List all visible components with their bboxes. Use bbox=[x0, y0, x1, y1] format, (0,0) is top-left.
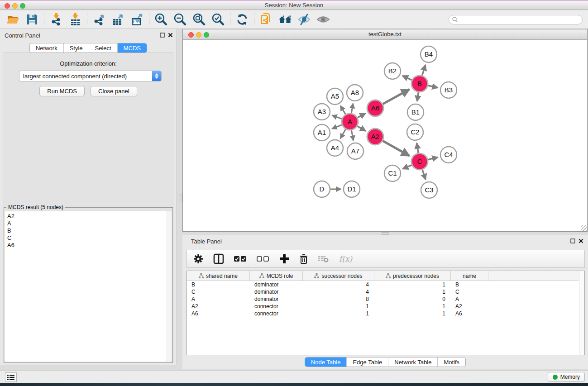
tab-mcds[interactable]: MCDS bbox=[117, 43, 147, 52]
zoom-window-button[interactable] bbox=[20, 3, 25, 9]
select-all-checkboxes-icon[interactable] bbox=[234, 256, 247, 262]
export-image-button[interactable] bbox=[128, 11, 147, 28]
result-item-a2[interactable]: A2 bbox=[7, 213, 167, 220]
cell-successor-nodes[interactable]: 4 bbox=[303, 281, 374, 288]
float-panel-icon[interactable] bbox=[570, 238, 575, 243]
graph-edge-C-C4[interactable] bbox=[428, 157, 438, 160]
search-field[interactable] bbox=[449, 15, 583, 24]
cell-MCDS-role[interactable]: dominator bbox=[250, 281, 303, 288]
graph-edge-B-B4[interactable] bbox=[422, 65, 425, 75]
graph-edge-C-C3[interactable] bbox=[422, 170, 425, 180]
run-mcds-button[interactable]: Run MCDS bbox=[39, 86, 85, 96]
cell-predecessor-nodes[interactable]: 0 bbox=[374, 295, 451, 303]
cell-successor-nodes[interactable]: 8 bbox=[303, 295, 374, 303]
network-minimize-button[interactable] bbox=[196, 32, 201, 38]
cell-successor-nodes[interactable]: 4 bbox=[303, 288, 374, 295]
minimize-window-button[interactable] bbox=[12, 3, 18, 9]
add-icon[interactable] bbox=[279, 254, 289, 264]
memory-button[interactable]: Memory bbox=[548, 372, 585, 382]
column-header-name[interactable]: name bbox=[451, 271, 488, 281]
graph-edge-B-B1[interactable] bbox=[417, 92, 418, 101]
cell-shared-name[interactable]: C bbox=[187, 288, 250, 295]
import-table-button[interactable] bbox=[66, 11, 85, 28]
cell-shared-name[interactable]: A6 bbox=[187, 310, 250, 317]
network-canvas[interactable]: AA1A2A3A4A5A6A7A8BB1B2B3B4CC1C2C3C4DD1 bbox=[183, 40, 587, 231]
graph-edge-A-A3[interactable] bbox=[332, 115, 342, 119]
column-header-predecessor-nodes[interactable]: predecessor nodes bbox=[374, 271, 451, 281]
cell-predecessor-nodes[interactable]: 1 bbox=[374, 310, 451, 317]
zoom-in-button[interactable] bbox=[152, 11, 171, 28]
graph-edge-A-A7[interactable] bbox=[351, 130, 353, 141]
splitter-handle-vertical[interactable] bbox=[179, 195, 182, 202]
result-item-a[interactable]: A bbox=[7, 220, 167, 227]
tab-node-table[interactable]: Node Table bbox=[305, 357, 347, 367]
table-row[interactable]: Bdominator41B bbox=[187, 281, 584, 288]
result-scrollbar[interactable] bbox=[167, 211, 172, 362]
tab-motifs[interactable]: Motifs bbox=[437, 357, 465, 367]
cell-name[interactable]: C bbox=[451, 288, 488, 295]
zoom-fit-button[interactable] bbox=[190, 11, 209, 28]
tab-network[interactable]: Network bbox=[30, 43, 63, 52]
graph-edge-A-A8[interactable] bbox=[351, 104, 353, 114]
cell-successor-nodes[interactable]: 1 bbox=[303, 310, 374, 317]
cell-predecessor-nodes[interactable]: 1 bbox=[374, 303, 451, 310]
delete-table-icon[interactable] bbox=[318, 255, 329, 263]
search-input[interactable] bbox=[458, 16, 582, 24]
cell-name[interactable]: A6 bbox=[451, 310, 488, 317]
first-neighbors-button[interactable] bbox=[276, 11, 295, 28]
cell-MCDS-role[interactable]: connector bbox=[250, 303, 303, 310]
graph-edge-B-B2[interactable] bbox=[402, 76, 412, 80]
table-scrollbar[interactable] bbox=[579, 271, 584, 355]
graph-edge-B-B3[interactable] bbox=[428, 86, 438, 88]
close-panel-button[interactable]: Close panel bbox=[91, 86, 137, 96]
optimization-criterion-select[interactable]: largest connected component (directed) bbox=[19, 71, 162, 81]
task-history-button[interactable] bbox=[5, 372, 17, 382]
open-session-button[interactable] bbox=[4, 11, 23, 28]
table-row[interactable]: Cdominator41C bbox=[187, 288, 584, 295]
table-row[interactable]: A2connector11A2 bbox=[187, 303, 584, 310]
close-panel-icon[interactable] bbox=[578, 238, 583, 243]
graph-edge-C-C1[interactable] bbox=[402, 165, 411, 169]
split-columns-icon[interactable] bbox=[213, 253, 224, 264]
clear-checkboxes-icon[interactable] bbox=[257, 256, 269, 262]
zoom-out-button[interactable] bbox=[171, 11, 190, 28]
cell-MCDS-role[interactable]: dominator bbox=[250, 288, 303, 295]
clone-network-button[interactable] bbox=[257, 11, 276, 28]
result-item-c[interactable]: C bbox=[7, 234, 167, 242]
float-panel-icon[interactable] bbox=[160, 33, 165, 38]
cell-shared-name[interactable]: A bbox=[187, 295, 250, 303]
graph-edge-A-A6[interactable] bbox=[358, 114, 366, 118]
refresh-layout-button[interactable] bbox=[233, 11, 252, 28]
column-header-shared-name[interactable]: shared name bbox=[187, 271, 250, 281]
network-close-button[interactable] bbox=[188, 32, 194, 38]
graph-edge-A2-C[interactable] bbox=[383, 141, 410, 156]
export-network-button[interactable] bbox=[90, 11, 109, 28]
tab-style[interactable]: Style bbox=[63, 43, 89, 52]
cell-name[interactable]: A bbox=[451, 295, 488, 303]
cell-successor-nodes[interactable]: 1 bbox=[303, 303, 374, 310]
export-table-button[interactable] bbox=[109, 11, 128, 28]
show-graphics-details-button[interactable] bbox=[314, 11, 333, 28]
graph-edge-A6-B[interactable] bbox=[383, 90, 410, 104]
table-row[interactable]: A6connector11A6 bbox=[187, 310, 584, 317]
graph-edge-A-A5[interactable] bbox=[340, 106, 345, 114]
cell-shared-name[interactable]: B bbox=[187, 281, 250, 288]
network-window-titlebar[interactable]: testGlobe.txt bbox=[183, 29, 587, 40]
cell-name[interactable]: B bbox=[451, 281, 488, 288]
close-window-button[interactable] bbox=[5, 3, 10, 9]
graph-edge-A-A4[interactable] bbox=[340, 129, 346, 139]
window-resize-grip[interactable] bbox=[581, 225, 587, 231]
cell-name[interactable]: A2 bbox=[451, 303, 488, 310]
delete-icon[interactable] bbox=[299, 254, 308, 264]
gear-icon[interactable] bbox=[193, 254, 203, 264]
import-network-button[interactable] bbox=[47, 11, 66, 28]
table-row[interactable]: Adominator80A bbox=[187, 295, 584, 303]
mcds-result-list[interactable]: A2ABCA6 bbox=[5, 211, 167, 362]
column-header-successor-nodes[interactable]: successor nodes bbox=[303, 271, 374, 281]
close-panel-icon[interactable] bbox=[168, 33, 173, 38]
tab-network-table[interactable]: Network Table bbox=[388, 357, 437, 367]
cell-predecessor-nodes[interactable]: 1 bbox=[374, 288, 451, 295]
function-builder-button[interactable]: f(x) bbox=[339, 254, 352, 263]
graph-edge-A-A1[interactable] bbox=[332, 125, 342, 129]
cell-predecessor-nodes[interactable]: 1 bbox=[374, 281, 451, 288]
